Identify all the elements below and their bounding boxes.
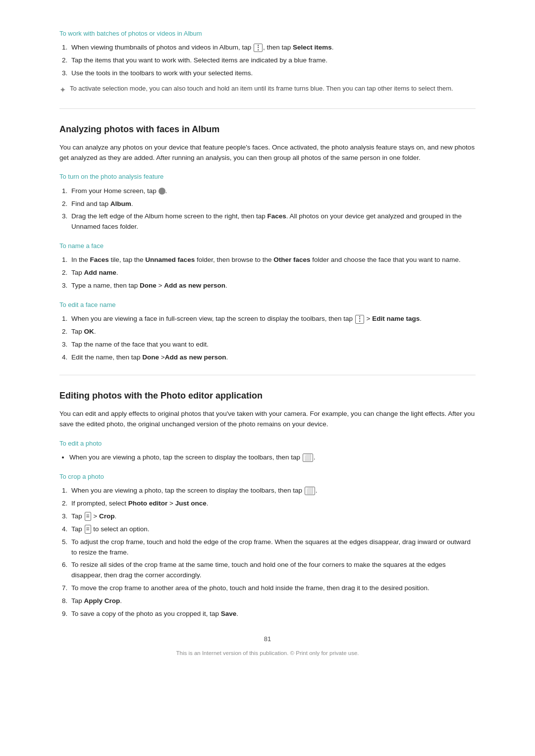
menu-icon-2: ⋮ [355,315,364,324]
done-label-1: Done [140,282,157,289]
album-label: Album [110,200,131,207]
faces-label: Faces [268,212,286,220]
name-face-step-2: Tap Add name. [69,268,476,278]
edit-photo-subsection: To edit a photo When you are viewing a p… [59,439,476,463]
crop-step-3: Tap ≡ > Crop. [69,511,476,522]
section-divider-1 [59,108,476,109]
just-once-label: Just once [175,500,207,507]
analyzing-faces-title: Analyzing photos with faces in Album [59,123,476,137]
edit-name-tags-label: Edit name tags [372,315,420,322]
crop-step-8: Tap Apply Crop. [69,596,476,606]
crop-label: Crop [99,512,115,520]
add-as-new-person-label-1: Add as new person [164,282,225,289]
crop-step-7: To move the crop frame to another area o… [69,583,476,594]
batch-note: ✦ To activate selection mode, you can al… [59,84,476,97]
turn-on-analysis-heading: To turn on the photo analysis feature [59,172,476,182]
crop-photo-subsection: To crop a photo When you are viewing a p… [59,472,476,619]
name-face-subsection: To name a face In the Faces tile, tap th… [59,241,476,291]
faces-tile-label: Faces [90,256,109,263]
turn-on-step-3: Drag the left edge of the Album home scr… [69,211,476,232]
crop-icon-inline: ⬜ [303,454,313,462]
turn-on-step-2: Find and tap Album. [69,199,476,209]
batch-heading: To work with batches of photos or videos… [59,29,476,39]
done-label-2: Done [142,353,159,361]
batch-step-3: Use the tools in the toolbars to work wi… [69,68,476,79]
crop-step-6: To resize all sides of the crop frame at… [69,560,476,581]
crop-icon-1: ⬜ [305,487,315,496]
analyzing-faces-body: You can analyze any photos on your devic… [59,143,476,163]
section-divider-2 [59,375,476,375]
page-number: 81 [59,634,476,644]
name-face-steps: In the Faces tile, tap the Unnamed faces… [59,255,476,291]
note-text: To activate selection mode, you can also… [70,84,453,94]
batch-step-2: Tap the items that you want to work with… [69,55,476,66]
editing-photos-title: Editing photos with the Photo editor app… [59,389,476,403]
ok-label: OK [84,328,94,335]
page-footer: This is an Internet version of this publ… [59,649,476,658]
other-faces-label: Other faces [273,256,310,263]
name-face-step-3: Type a name, then tap Done > Add as new … [69,281,476,291]
unnamed-faces-label: Unnamed faces [145,256,195,263]
select-items-label: Select items [293,44,332,51]
photo-editor-label: Photo editor [128,500,168,507]
crop-step-5: To adjust the crop frame, touch and hold… [69,537,476,558]
crop-step-2: If prompted, select Photo editor > Just … [69,499,476,509]
option-icon: ≡ [85,525,91,534]
turn-on-step-1: From your Home screen, tap . [69,186,476,197]
turn-on-steps: From your Home screen, tap . Find and ta… [59,186,476,233]
crop-step-9: To save a copy of the photo as you cropp… [69,609,476,619]
tools-icon: ≡ [85,512,91,521]
name-face-step-1: In the Faces tile, tap the Unnamed faces… [69,255,476,265]
apply-crop-label: Apply Crop [84,597,120,605]
edit-face-step-1: When you are viewing a face in full-scre… [69,314,476,324]
note-icon: ✦ [59,84,66,97]
crop-step-4: Tap ≡ to select an option. [69,524,476,535]
batch-photos-section: To work with batches of photos or videos… [59,29,476,97]
editing-photos-section: Editing photos with the Photo editor app… [59,389,476,619]
add-name-label: Add name [84,269,116,276]
edit-face-heading: To edit a face name [59,300,476,310]
edit-photo-steps: When you are viewing a photo, tap the sc… [59,453,476,463]
save-label: Save [221,610,237,617]
add-as-new-person-label-2: Add as new person [165,353,226,361]
batch-steps-list: When viewing thumbnails of photos and vi… [59,43,476,79]
edit-face-steps: When you are viewing a face in full-scre… [59,314,476,363]
menu-icon: ⋮ [254,44,263,52]
page-content: To work with batches of photos or videos… [59,29,476,658]
edit-face-step-3: Tap the name of the face that you want t… [69,340,476,350]
edit-face-step-2: Tap OK. [69,327,476,337]
crop-photo-heading: To crop a photo [59,472,476,482]
editing-photos-body: You can edit and apply effects to origin… [59,409,476,430]
batch-step-1: When viewing thumbnails of photos and vi… [69,43,476,53]
edit-face-name-subsection: To edit a face name When you are viewing… [59,300,476,363]
crop-step-1: When you are viewing a photo, tap the sc… [69,486,476,496]
edit-photo-heading: To edit a photo [59,439,476,449]
analyzing-faces-section: Analyzing photos with faces in Album You… [59,123,476,363]
turn-on-analysis-subsection: To turn on the photo analysis feature Fr… [59,172,476,232]
crop-photo-steps: When you are viewing a photo, tap the sc… [59,486,476,619]
edit-photo-step-1: When you are viewing a photo, tap the sc… [69,453,476,463]
name-face-heading: To name a face [59,241,476,251]
home-screen-icon [159,188,165,195]
edit-face-step-4: Edit the name, then tap Done >Add as new… [69,353,476,363]
